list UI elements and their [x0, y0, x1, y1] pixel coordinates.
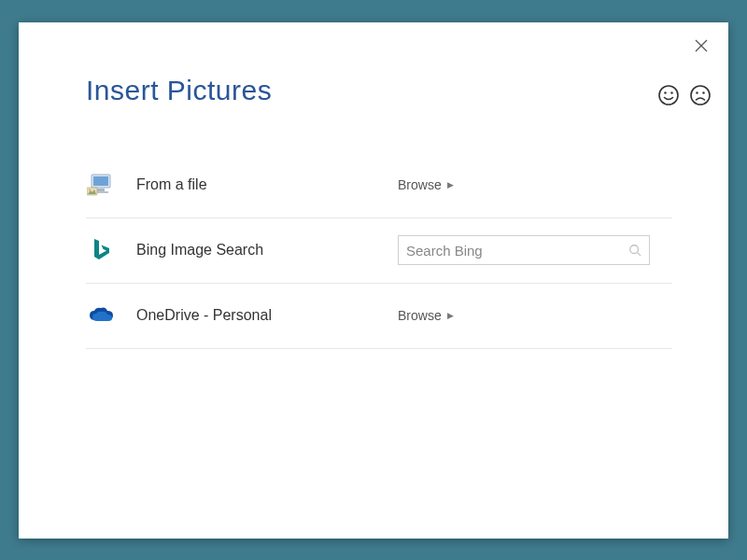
option-bing-search[interactable]: Bing Image Search — [86, 218, 672, 284]
browse-label: Browse — [398, 308, 442, 323]
svg-point-5 — [691, 86, 710, 105]
search-icon — [628, 244, 641, 257]
svg-point-3 — [664, 91, 666, 93]
svg-point-13 — [89, 189, 91, 191]
svg-line-15 — [638, 253, 641, 257]
browse-label: Browse — [398, 177, 442, 192]
option-onedrive[interactable]: OneDrive - Personal Browse ▶ — [86, 284, 672, 349]
options-list: From a file Browse ▶ Bing Image Search — [86, 153, 672, 349]
bing-search-input[interactable] — [406, 243, 628, 259]
svg-point-7 — [702, 91, 704, 93]
insert-pictures-dialog: Insert Pictures From a file Browse ▶ — [19, 22, 728, 539]
feedback-happy-button[interactable] — [657, 84, 680, 106]
option-label: Bing Image Search — [136, 242, 398, 259]
chevron-right-icon: ▶ — [447, 311, 454, 320]
option-from-file[interactable]: From a file Browse ▶ — [86, 153, 672, 218]
browse-file-link[interactable]: Browse ▶ — [398, 177, 454, 192]
option-label: OneDrive - Personal — [136, 307, 398, 324]
close-button[interactable] — [691, 35, 712, 56]
svg-point-14 — [630, 245, 639, 254]
bing-icon — [86, 235, 116, 265]
option-label: From a file — [136, 176, 398, 193]
onedrive-icon — [86, 301, 116, 330]
bing-search-box[interactable] — [398, 235, 650, 265]
feedback-sad-button[interactable] — [689, 84, 712, 106]
close-icon — [694, 38, 709, 53]
file-icon — [86, 170, 116, 200]
dialog-title: Insert Pictures — [86, 75, 272, 106]
svg-point-6 — [696, 91, 698, 93]
happy-face-icon — [657, 84, 680, 106]
sad-face-icon — [689, 84, 712, 106]
svg-point-4 — [670, 91, 672, 93]
chevron-right-icon: ▶ — [447, 180, 454, 189]
svg-rect-10 — [97, 189, 105, 191]
browse-onedrive-link[interactable]: Browse ▶ — [398, 308, 454, 323]
svg-point-2 — [659, 86, 678, 105]
svg-rect-9 — [93, 176, 108, 186]
